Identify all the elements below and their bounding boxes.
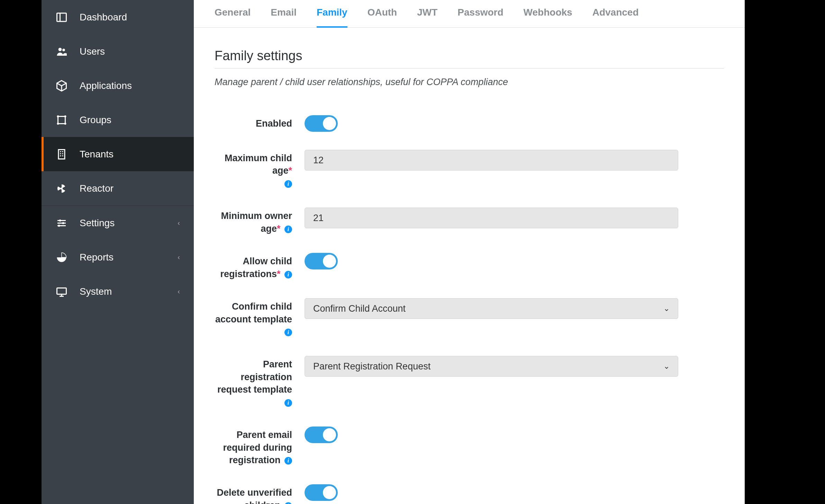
info-icon[interactable]: i	[284, 271, 292, 278]
label-text: Confirm child account template	[215, 301, 292, 324]
label-text: Parent email required during registratio…	[223, 430, 292, 465]
toggle-delete-unverified[interactable]	[305, 484, 338, 501]
tabs: General Email Family OAuth JWT Password …	[194, 0, 745, 28]
svg-point-19	[59, 219, 61, 221]
sidebar-item-users[interactable]: Users	[42, 34, 194, 68]
info-icon[interactable]: i	[284, 226, 292, 233]
label-max-child-age: Maximum child age* i	[215, 150, 305, 190]
svg-rect-16	[62, 155, 63, 156]
section-title: Family settings	[215, 48, 724, 68]
svg-rect-15	[60, 155, 61, 156]
sidebar-item-label: Dashboard	[80, 12, 127, 23]
tab-email[interactable]: Email	[271, 7, 297, 28]
label-parent-email-required: Parent email required during registratio…	[215, 427, 305, 466]
svg-point-21	[62, 222, 64, 224]
row-min-owner-age: Minimum owner age* i	[215, 208, 724, 235]
svg-rect-10	[58, 149, 65, 159]
tab-password[interactable]: Password	[457, 7, 503, 28]
chevron-left-icon: ‹	[178, 219, 180, 227]
info-icon[interactable]: i	[284, 399, 292, 407]
sidebar-item-tenants[interactable]: Tenants	[42, 137, 194, 171]
svg-rect-14	[62, 153, 63, 154]
sidebar-item-groups[interactable]: Groups	[42, 103, 194, 137]
label-text: Minimum owner age	[221, 211, 292, 233]
right-gutter	[745, 0, 825, 504]
sidebar-item-settings[interactable]: Settings ‹	[42, 206, 194, 240]
chevron-left-icon: ‹	[178, 253, 180, 261]
label-confirm-template: Confirm child account template i	[215, 298, 305, 338]
info-icon[interactable]: i	[284, 502, 292, 504]
tab-family[interactable]: Family	[317, 7, 347, 28]
svg-point-6	[57, 115, 59, 117]
sidebar-item-label: Applications	[80, 80, 132, 91]
required-mark: *	[277, 269, 281, 279]
sidebar-item-label: Groups	[80, 114, 111, 126]
sidebar-item-dashboard[interactable]: Dashboard	[42, 0, 194, 34]
select-parent-reg-template[interactable]: Parent Registration Request ⌄	[305, 356, 678, 377]
label-text: Enabled	[256, 118, 292, 129]
groups-icon	[55, 114, 68, 126]
sidebar-item-applications[interactable]: Applications	[42, 68, 194, 103]
select-value: Confirm Child Account	[313, 303, 406, 314]
svg-point-9	[64, 122, 66, 125]
svg-rect-12	[62, 151, 63, 152]
info-icon[interactable]: i	[284, 180, 292, 188]
svg-point-2	[58, 48, 62, 51]
tab-webhooks[interactable]: Webhooks	[524, 7, 572, 28]
required-mark: *	[288, 165, 292, 176]
input-min-owner-age[interactable]	[305, 208, 678, 228]
row-confirm-template: Confirm child account template i Confirm…	[215, 298, 724, 338]
sidebar-item-label: Reports	[80, 252, 114, 263]
label-text: Delete unverified children	[217, 487, 292, 504]
svg-point-23	[58, 224, 60, 227]
content-card: General Email Family OAuth JWT Password …	[194, 0, 745, 504]
section-description: Manage parent / child user relationships…	[215, 77, 724, 88]
box-icon	[55, 80, 68, 92]
tab-advanced[interactable]: Advanced	[592, 7, 639, 28]
building-icon	[55, 148, 68, 161]
info-icon[interactable]: i	[284, 329, 292, 336]
chevron-left-icon: ‹	[178, 287, 180, 295]
section-header: Family settings Manage parent / child us…	[194, 28, 745, 101]
label-parent-reg-template: Parent registration request template i	[215, 356, 305, 409]
label-text: Allow child registrations	[220, 256, 292, 279]
row-allow-child-reg: Allow child registrations* i	[215, 253, 724, 280]
svg-rect-5	[58, 116, 65, 123]
row-delete-unverified: Delete unverified children i	[215, 484, 724, 504]
svg-rect-11	[60, 151, 61, 152]
label-enabled: Enabled	[215, 115, 305, 130]
svg-point-7	[64, 115, 66, 117]
svg-rect-0	[57, 13, 66, 21]
sidebar-item-system[interactable]: System ‹	[42, 274, 194, 309]
toggle-enabled[interactable]	[305, 115, 338, 132]
tab-jwt[interactable]: JWT	[417, 7, 437, 28]
select-value: Parent Registration Request	[313, 361, 430, 372]
main-content: General Email Family OAuth JWT Password …	[194, 0, 745, 504]
sidebar-item-reactor[interactable]: Reactor	[42, 171, 194, 205]
svg-point-3	[62, 48, 65, 51]
input-max-child-age[interactable]	[305, 150, 678, 171]
svg-point-8	[57, 122, 59, 125]
sidebar-item-label: System	[80, 286, 112, 297]
sliders-icon	[55, 217, 68, 229]
chevron-down-icon: ⌄	[663, 304, 670, 313]
tab-general[interactable]: General	[215, 7, 251, 28]
toggle-allow-child-reg[interactable]	[305, 253, 338, 269]
row-max-child-age: Maximum child age* i	[215, 150, 724, 190]
chevron-down-icon: ⌄	[663, 362, 670, 371]
label-text: Parent registration request template	[217, 359, 292, 395]
tab-oauth[interactable]: OAuth	[368, 7, 397, 28]
users-icon	[55, 45, 68, 58]
info-icon[interactable]: i	[284, 457, 292, 465]
label-allow-child-reg: Allow child registrations* i	[215, 253, 305, 280]
label-delete-unverified: Delete unverified children i	[215, 484, 305, 504]
label-text: Maximum child age	[225, 153, 292, 176]
select-confirm-template[interactable]: Confirm Child Account ⌄	[305, 298, 678, 319]
sidebar-item-label: Users	[80, 46, 105, 57]
sidebar: Dashboard Users Applications Groups Tena…	[42, 0, 194, 504]
toggle-parent-email-required[interactable]	[305, 427, 338, 443]
sidebar-item-reports[interactable]: Reports ‹	[42, 240, 194, 274]
svg-rect-13	[60, 153, 61, 154]
monitor-icon	[55, 285, 68, 298]
label-min-owner-age: Minimum owner age* i	[215, 208, 305, 235]
